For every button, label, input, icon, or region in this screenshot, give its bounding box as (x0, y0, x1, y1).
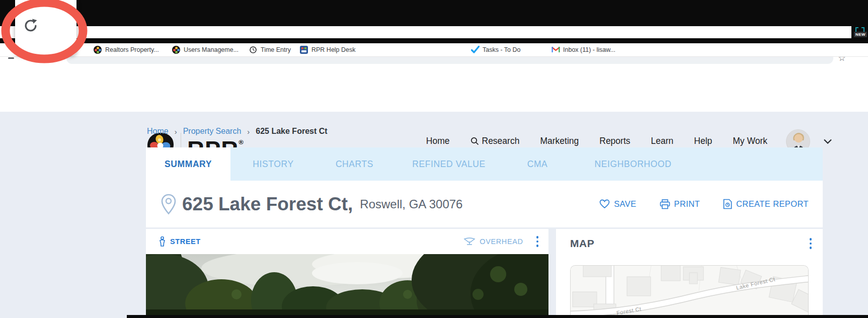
property-tabbar: SUMMARY HISTORY CHARTS REFINED VALUE CMA… (146, 147, 823, 181)
report-document-icon (723, 199, 732, 209)
street-panel-menu-button[interactable] (534, 234, 541, 249)
nav-help[interactable]: Help (694, 136, 712, 146)
screenshot-bottom-bar (127, 315, 868, 318)
breadcrumb: Home › Property Search › 625 Lake Forest… (147, 127, 328, 136)
overhead-view-button[interactable]: OVERHEAD (463, 237, 523, 246)
map-pin-icon (161, 194, 176, 215)
map-canvas[interactable]: Lake Forest Ct Forest Ct (570, 265, 809, 315)
tab-history[interactable]: HISTORY (230, 147, 316, 181)
heart-icon (599, 199, 610, 209)
tab-summary[interactable]: SUMMARY (146, 147, 230, 181)
print-button[interactable]: PRINT (660, 199, 700, 209)
property-title: 625 Lake Forest Ct, Roswell, GA 30076 (161, 194, 462, 215)
drone-icon (463, 237, 476, 246)
map-panel-title: MAP (570, 237, 594, 250)
tab-charts[interactable]: CHARTS (316, 147, 393, 181)
browser-frame-strip (0, 38, 868, 43)
screenshot-root: ® RPR® Home Research Marketing Reports L… (0, 0, 868, 318)
address-line: 625 Lake Forest Ct, (182, 194, 353, 215)
bookmark-realtors-property[interactable]: Realtors Property... (94, 43, 159, 57)
back-button[interactable] (8, 57, 14, 59)
tab-cma[interactable]: CMA (505, 147, 570, 181)
street-view-button[interactable]: STREET (159, 236, 201, 247)
save-button[interactable]: SAVE (599, 199, 636, 209)
tab-refined-value[interactable]: REFINED VALUE (393, 147, 505, 181)
new-badge: NEW (854, 32, 867, 37)
help-desk-icon (300, 46, 308, 54)
street-view-panel: STREET OVERHEAD (146, 229, 548, 315)
bookmark-time-entry[interactable]: Time Entry (249, 43, 291, 57)
gmail-icon (551, 46, 560, 54)
nav-marketing[interactable]: Marketing (540, 136, 579, 146)
bookmark-tasks-to-do[interactable]: Tasks - To Do (471, 43, 521, 57)
blue-check-icon (471, 46, 479, 54)
printer-icon (660, 199, 670, 209)
clock-icon (249, 46, 257, 54)
nav-my-work[interactable]: My Work (733, 136, 767, 146)
breadcrumb-separator: › (175, 127, 177, 136)
site-header: ® RPR® Home Research Marketing Reports L… (0, 57, 868, 112)
breadcrumb-current: 625 Lake Forest Ct (256, 127, 327, 136)
rpr-pinwheel-icon (94, 46, 102, 54)
map-panel: MAP (556, 229, 823, 315)
breadcrumb-property-search[interactable]: Property Search (183, 127, 242, 136)
breadcrumb-separator: › (247, 127, 250, 136)
tab-neighborhood[interactable]: NEIGHBORHOOD (570, 147, 696, 181)
property-title-row: 625 Lake Forest Ct, Roswell, GA 30076 SA… (146, 181, 823, 227)
map-panel-menu-button[interactable] (808, 236, 814, 251)
chevron-down-icon[interactable] (824, 139, 832, 144)
bookmark-inbox[interactable]: Inbox (11) - lisaw... (551, 43, 615, 57)
reload-icon[interactable] (22, 17, 39, 34)
registered-mark: ® (239, 138, 244, 146)
bookmark-users-management[interactable]: Users Manageme... (172, 43, 239, 57)
browser-top-bar (0, 0, 868, 26)
browser-toolbar: narrpr.com/homes/ga/roswell/30076/625-la… (0, 26, 851, 38)
nav-research[interactable]: Research (470, 136, 520, 146)
property-actions: SAVE PRINT CREATE REPORT (599, 199, 809, 209)
nav-learn[interactable]: Learn (651, 136, 674, 146)
create-report-button[interactable]: CREATE REPORT (723, 199, 809, 209)
nav-reports[interactable]: Reports (599, 136, 630, 146)
street-view-toolbar: STREET OVERHEAD (146, 229, 548, 254)
nav-home[interactable]: Home (426, 136, 450, 146)
breadcrumb-home[interactable]: Home (147, 127, 169, 136)
bookmarks-bar: Realtors Property... Users Manageme... T… (0, 43, 868, 57)
bookmark-rpr-help-desk[interactable]: RPR Help Desk (300, 43, 356, 57)
extension-icon[interactable]: NEW (854, 27, 867, 38)
street-view-photo[interactable] (146, 254, 548, 315)
city-state-zip: Roswell, GA 30076 (360, 197, 462, 211)
rpr-pinwheel-icon (172, 46, 180, 54)
pegman-icon (159, 236, 166, 247)
search-icon (470, 137, 479, 145)
